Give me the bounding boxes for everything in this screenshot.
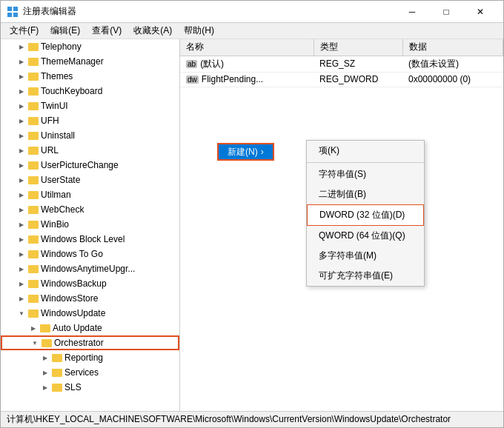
folder-icon	[27, 278, 39, 290]
expand-icon: ▶	[16, 73, 27, 80]
sidebar-item-uninstall[interactable]: ▶ Uninstall	[1, 128, 179, 143]
reg-name-label: (默认)	[200, 58, 224, 70]
table-row[interactable]: ab (默认) REG_SZ (数值未设置)	[180, 56, 503, 72]
folder-icon	[27, 248, 39, 260]
item-label: UFH	[41, 116, 59, 126]
sidebar-scroll: ▶ Telephony ▶ ThemeManager ▶ Themes ▶	[1, 39, 179, 411]
maximize-button[interactable]: □	[429, 1, 463, 23]
menu-file[interactable]: 文件(F)	[4, 23, 44, 39]
folder-icon	[27, 307, 39, 319]
submenu: 项(K) 字符串值(S) 二进制值(B) DWORD (32 位值)(D) QW…	[306, 140, 425, 287]
sidebar-item-windowstogo[interactable]: ▶ Windows To Go	[1, 247, 179, 261]
item-label: TouchKeyboard	[41, 86, 102, 96]
sidebar-item-windowsanytimeupgr[interactable]: ▶ WindowsAnytimeUpgr...	[1, 261, 179, 276]
sidebar-item-windowsbackup[interactable]: ▶ WindowsBackup	[1, 276, 179, 291]
item-label: WindowsUpdate	[41, 308, 105, 318]
sidebar-item-webcheck[interactable]: ▶ WebCheck	[1, 202, 179, 217]
submenu-item-expandstring[interactable]: 可扩充字符串值(E)	[307, 266, 424, 286]
menu-help[interactable]: 帮助(H)	[178, 23, 220, 39]
expand-icon: ▶	[16, 147, 27, 154]
sidebar-item-windowsupdate[interactable]: ▼ WindowsUpdate	[1, 306, 179, 321]
folder-icon	[27, 70, 39, 82]
menu-favorites[interactable]: 收藏夹(A)	[127, 23, 178, 39]
expand-icon: ▶	[16, 236, 27, 243]
item-label: UserPictureChange	[41, 160, 119, 170]
item-label: Services	[64, 367, 99, 378]
item-label: UserState	[41, 175, 80, 185]
col-type: 类型	[314, 39, 402, 56]
item-label: URL	[41, 145, 59, 156]
sidebar-item-sls[interactable]: ▶ SLS	[1, 380, 179, 395]
sidebar-item-autoupdate[interactable]: ▶ Auto Update	[1, 321, 179, 335]
close-button[interactable]: ✕	[463, 1, 497, 23]
sidebar-item-reporting[interactable]: ▶ Reporting	[1, 350, 179, 365]
submenu-item-qword[interactable]: QWORD (64 位值)(Q)	[307, 226, 424, 246]
reg-data-cell: 0x00000000 (0)	[402, 72, 503, 87]
svg-rect-0	[7, 7, 12, 11]
reg-name-label: FlightPending...	[202, 74, 263, 84]
context-row: 新建(N) › 项(K) 字符串值(S) 二进制值(B) DWORD (32 位…	[217, 143, 274, 161]
title-controls: ─ □ ✕	[395, 1, 497, 23]
submenu-separator-1	[307, 162, 424, 163]
expand-icon: ▶	[16, 162, 27, 169]
sidebar-item-services[interactable]: ▶ Services	[1, 365, 179, 380]
submenu-item-dword[interactable]: DWORD (32 位值)(D)	[307, 204, 424, 226]
expand-icon: ▶	[16, 221, 27, 228]
expand-icon: ▶	[39, 355, 51, 361]
sidebar-item-orchestrator[interactable]: ▼ Orchestrator	[1, 335, 179, 350]
expand-icon: ▶	[27, 325, 39, 332]
folder-icon	[41, 337, 53, 349]
folder-icon	[27, 144, 39, 156]
expand-icon: ▶	[16, 133, 27, 139]
minimize-button[interactable]: ─	[395, 1, 429, 23]
window: 注册表编辑器 ─ □ ✕ 文件(F) 编辑(E) 查看(V) 收藏夹(A) 帮助…	[0, 0, 504, 428]
expand-icon: ▶	[16, 103, 27, 110]
expand-icon: ▶	[16, 295, 27, 302]
new-button[interactable]: 新建(N) ›	[217, 143, 274, 161]
folder-icon	[27, 204, 39, 215]
item-label: ThemeManager	[41, 56, 104, 67]
expand-icon: ▼	[16, 310, 27, 317]
svg-rect-2	[7, 13, 12, 17]
folder-icon	[27, 56, 39, 67]
sidebar-item-telephony[interactable]: ▶ Telephony	[1, 39, 179, 54]
col-data: 数据	[402, 39, 503, 56]
sidebar[interactable]: ▶ Telephony ▶ ThemeManager ▶ Themes ▶	[1, 39, 180, 411]
table-row[interactable]: dw FlightPending... REG_DWORD 0x00000000…	[180, 72, 503, 87]
item-label: TwinUI	[41, 101, 68, 111]
reg-type-cell: REG_SZ	[314, 56, 402, 72]
menu-edit[interactable]: 编辑(E)	[44, 23, 86, 39]
expand-icon: ▶	[16, 266, 27, 272]
item-label: WindowsStore	[41, 293, 98, 304]
sidebar-item-themes[interactable]: ▶ Themes	[1, 69, 179, 84]
submenu-item-binary[interactable]: 二进制值(B)	[307, 184, 424, 204]
menu-view[interactable]: 查看(V)	[86, 23, 127, 39]
folder-icon	[27, 41, 39, 53]
sidebar-item-winbio[interactable]: ▶ WinBio	[1, 217, 179, 232]
sidebar-item-ufh[interactable]: ▶ UFH	[1, 113, 179, 128]
sidebar-item-thememanager[interactable]: ▶ ThemeManager	[1, 54, 179, 69]
expand-icon: ▶	[39, 384, 51, 391]
submenu-item-project[interactable]: 项(K)	[307, 141, 424, 161]
registry-table: 名称 类型 数据 ab (默认) REG_SZ	[180, 39, 503, 87]
sidebar-item-userpicturechange[interactable]: ▶ UserPictureChange	[1, 158, 179, 173]
sidebar-item-touchkeyboard[interactable]: ▶ TouchKeyboard	[1, 84, 179, 98]
title-bar-left: 注册表编辑器	[7, 5, 76, 18]
reg-type-cell: REG_DWORD	[314, 72, 402, 87]
submenu-item-string[interactable]: 字符串值(S)	[307, 164, 424, 184]
submenu-item-multistring[interactable]: 多字符串值(M)	[307, 246, 424, 266]
sidebar-item-url[interactable]: ▶ URL	[1, 143, 179, 158]
sidebar-item-windowsblocklevel[interactable]: ▶ Windows Block Level	[1, 232, 179, 247]
item-label: Reporting	[64, 352, 103, 363]
sidebar-item-windowsstore[interactable]: ▶ WindowsStore	[1, 291, 179, 306]
item-label: WinBio	[41, 219, 69, 230]
sidebar-item-twinui[interactable]: ▶ TwinUI	[1, 98, 179, 113]
sidebar-item-userstate[interactable]: ▶ UserState	[1, 173, 179, 187]
svg-rect-1	[13, 7, 18, 11]
item-label: Themes	[41, 71, 73, 81]
expand-icon: ▼	[29, 340, 41, 347]
sidebar-item-utilman[interactable]: ▶ Utilman	[1, 187, 179, 202]
item-label: Utilman	[41, 190, 71, 200]
reg-type-icon: dw	[186, 76, 199, 84]
item-label: Windows To Go	[41, 249, 103, 259]
